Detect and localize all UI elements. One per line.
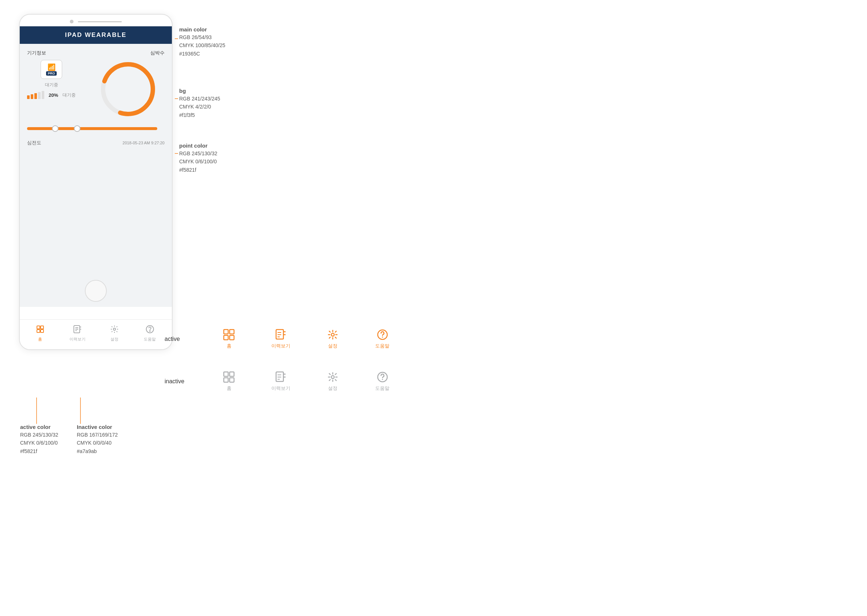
inactive-settings-icon-item: 설정	[327, 371, 339, 392]
svg-rect-5	[41, 330, 44, 333]
active-home-icon	[223, 329, 235, 341]
inactive-help-icon	[377, 371, 388, 383]
svg-point-12	[113, 328, 115, 330]
inactive-label: inactive	[164, 378, 194, 385]
inactive-history-icon	[275, 371, 287, 383]
svg-rect-33	[224, 372, 228, 376]
inactive-home-icon-item: 홈	[223, 371, 235, 392]
inactive-color-annotation: Inactive color RGB 167/169/172 CMYK 0/0/…	[77, 424, 118, 455]
active-help-icon-item: 도움말	[375, 329, 389, 349]
inactive-settings-icon	[327, 371, 339, 383]
active-history-icon-item: 이력보기	[271, 329, 290, 349]
svg-rect-36	[230, 378, 234, 382]
inactive-home-icon	[223, 371, 235, 383]
battery-section: 20% 대기중	[27, 91, 76, 99]
svg-point-32	[382, 336, 383, 338]
nav-item-home[interactable]: 홈	[36, 325, 45, 342]
nav-item-history[interactable]: 이력보기	[69, 325, 85, 342]
active-settings-icon-item: 설정	[327, 329, 339, 349]
svg-rect-3	[41, 326, 44, 329]
section-labels: 기기정보 심박수	[27, 50, 164, 56]
home-icon	[36, 325, 45, 335]
active-color-annotation: active color RGB 245/130/32 CMYK 0/6/100…	[20, 424, 58, 455]
inactive-icons: 홈 이력보기 설정	[223, 371, 389, 392]
device-dot	[70, 20, 74, 24]
nav-item-help[interactable]: 도움말	[144, 325, 156, 342]
device-bottom-nav: 홈 이력보기 설정	[20, 319, 172, 349]
history-icon	[73, 325, 82, 335]
heart-rate-circle	[99, 60, 157, 118]
svg-rect-34	[230, 372, 234, 376]
ecg-label: 심전도	[27, 140, 41, 146]
active-history-icon	[275, 329, 287, 341]
svg-rect-23	[230, 335, 234, 340]
svg-rect-2	[37, 326, 40, 329]
svg-point-30	[331, 333, 334, 336]
icon-states-section: active 홈	[164, 329, 389, 392]
device-line	[78, 21, 122, 22]
active-icons: 홈 이력보기 설정	[223, 329, 389, 349]
svg-point-43	[331, 376, 334, 379]
help-icon	[145, 325, 154, 335]
device-header: IPAD WEARABLE	[20, 26, 172, 44]
active-label: active	[164, 336, 194, 343]
svg-rect-22	[224, 335, 228, 340]
svg-rect-4	[37, 330, 40, 333]
device-top-bar	[20, 15, 172, 26]
active-help-icon	[377, 329, 388, 341]
main-color-annotation: main color RGB 26/54/93 CMYK 100/85/40/2…	[179, 26, 225, 58]
svg-rect-21	[230, 330, 234, 334]
inactive-help-icon-item: 도움말	[375, 371, 389, 392]
nav-item-settings[interactable]: 설정	[110, 325, 119, 342]
home-button[interactable]	[85, 280, 107, 302]
battery-icon	[27, 91, 44, 99]
svg-point-45	[382, 379, 383, 380]
ecg-date: 2018-05-23 AM 9:27:20	[123, 141, 164, 145]
active-settings-icon	[327, 329, 339, 341]
active-home-icon-item: 홈	[223, 329, 235, 349]
svg-rect-20	[224, 330, 228, 334]
point-color-annotation: point color RGB 245/130/32 CMYK 0/6/100/…	[179, 143, 217, 174]
settings-icon	[110, 325, 119, 335]
bg-color-annotation: bg RGB 241/243/245 CMYK 4/2/2/0 #f1f3f5	[179, 88, 220, 119]
pro-badge: PRO	[46, 71, 57, 75]
svg-rect-35	[224, 378, 228, 382]
inactive-history-icon-item: 이력보기	[271, 371, 290, 392]
svg-point-14	[150, 331, 150, 332]
device-mockup: IPAD WEARABLE 기기정보 심박수 📶 PRO 대기중	[19, 14, 173, 350]
